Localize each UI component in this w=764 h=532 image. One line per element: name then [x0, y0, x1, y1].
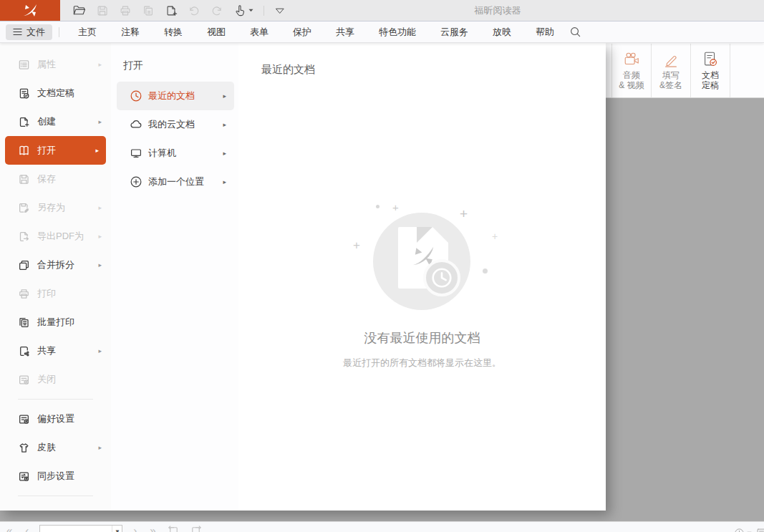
decoration-dot: [483, 269, 488, 274]
file-menu-button[interactable]: 文件: [6, 24, 52, 40]
file-menu-item-sync-settings[interactable]: 同步设置: [0, 462, 111, 490]
tab-cloud[interactable]: 云服务: [428, 26, 480, 39]
close-document-icon: [18, 374, 30, 386]
menu-divider: [18, 495, 93, 496]
document-finalize-button[interactable]: 文档 定稿: [691, 44, 730, 97]
submenu-arrow-icon: ▸: [95, 147, 99, 154]
file-menu-item-label: 共享: [37, 344, 56, 357]
tab-convert[interactable]: 转换: [152, 26, 195, 39]
tab-presentation[interactable]: 放映: [480, 26, 523, 39]
create-document-icon: [18, 116, 30, 128]
file-menu-item-merge-split[interactable]: 合并拆分 ▸: [0, 251, 111, 279]
audio-video-label-line2: & 视频: [619, 80, 644, 90]
file-menu-item-print: 打印: [0, 279, 111, 308]
file-menu-item-open[interactable]: 打开 ▸: [5, 136, 106, 165]
status-panel-icon[interactable]: [756, 528, 764, 532]
open-panel-item-recent[interactable]: 最近的文档 ▸: [117, 82, 234, 110]
submenu-arrow-icon: ▸: [223, 150, 226, 157]
tab-home[interactable]: 主页: [66, 26, 109, 39]
page-number-input[interactable]: [40, 526, 112, 532]
customize-toolbar-icon[interactable]: [274, 5, 286, 16]
cloud-icon: [130, 118, 142, 131]
open-panel-item-label: 添加一个位置: [148, 175, 204, 188]
preferences-icon: [18, 413, 30, 425]
file-menu-item-label: 导出PDF为: [37, 230, 84, 243]
audio-video-button[interactable]: 音频 & 视频: [612, 44, 652, 97]
file-menu-item-label: 批量打印: [37, 316, 74, 329]
share-icon: [18, 345, 30, 357]
tab-protect[interactable]: 保护: [281, 26, 324, 39]
file-menu-item-label: 打印: [37, 287, 56, 300]
first-page-button[interactable]: «: [0, 525, 19, 532]
tab-form[interactable]: 表单: [238, 26, 281, 39]
tab-view[interactable]: 视图: [195, 26, 238, 39]
rotate-left-icon[interactable]: [168, 525, 180, 532]
document-finalize-label-line2: 定稿: [702, 80, 719, 90]
hand-tool-icon[interactable]: [233, 4, 253, 17]
open-panel-item-cloud[interactable]: 我的云文档 ▸: [117, 110, 234, 139]
file-menu-item-preferences[interactable]: 偏好设置: [0, 405, 111, 433]
file-menu-item-create[interactable]: 创建 ▸: [0, 107, 111, 136]
recent-clock-badge-icon: [423, 259, 460, 296]
skin-tshirt-icon: [18, 442, 30, 454]
reading-time-icon[interactable]: [734, 528, 752, 532]
file-menu-item-share[interactable]: 共享 ▸: [0, 337, 111, 365]
submenu-arrow-icon: ▸: [98, 444, 102, 451]
new-document-icon[interactable]: [165, 4, 178, 17]
rotate-right-icon[interactable]: [190, 525, 202, 532]
open-panel: 打开 最近的文档 ▸ 我的云文档 ▸ 计算机 ▸ 添加一个位置 ▸: [111, 43, 238, 511]
audio-video-label-line1: 音频: [623, 70, 640, 80]
file-menu-item-batch-print[interactable]: 批量打印: [0, 308, 111, 337]
submenu-arrow-icon: ▸: [98, 204, 102, 211]
decoration-plus: +: [460, 206, 468, 222]
file-menu-item-properties: 属性 ▸: [0, 50, 111, 79]
document-finalize-icon: [18, 87, 30, 100]
merge-split-icon: [18, 259, 30, 271]
file-menu-item-export-pdf: 导出PDF为 ▸: [0, 222, 111, 251]
open-panel-item-computer[interactable]: 计算机 ▸: [117, 139, 234, 168]
toolbar-separator: [263, 6, 264, 16]
open-panel-item-add-place[interactable]: 添加一个位置 ▸: [117, 168, 234, 196]
copy-icon: [142, 4, 155, 17]
batch-print-icon: [18, 316, 30, 329]
file-menu-item-close: 关闭: [0, 365, 111, 394]
save-icon: [18, 173, 30, 185]
clock-icon: [130, 90, 142, 102]
add-place-icon: [130, 175, 142, 188]
file-menu-item-finalize[interactable]: 文档定稿: [0, 79, 111, 107]
file-menu-item-label: 属性: [37, 58, 56, 71]
page-number-box[interactable]: ▼: [39, 525, 122, 532]
computer-icon: [130, 147, 142, 160]
submenu-arrow-icon: ▸: [223, 92, 226, 100]
search-icon[interactable]: [569, 26, 581, 38]
empty-state-subtitle: 最近打开的所有文档都将显示在这里。: [238, 357, 606, 369]
file-menu-item-label: 文档定稿: [37, 87, 74, 100]
page-dropdown-caret-icon[interactable]: ▼: [112, 526, 122, 532]
print-icon: [18, 288, 30, 300]
tab-features[interactable]: 特色功能: [367, 26, 428, 39]
submenu-arrow-icon: ▸: [98, 118, 102, 125]
open-panel-item-label: 计算机: [148, 147, 176, 160]
last-page-button[interactable]: »: [143, 525, 162, 532]
file-menu-item-label: 另存为: [37, 201, 65, 214]
hand-tool-dropdown-caret[interactable]: [248, 9, 253, 12]
document-fold-corner: [417, 227, 432, 243]
tab-share[interactable]: 共享: [324, 26, 367, 39]
audio-video-icon: [623, 51, 640, 68]
decoration-plus: +: [492, 231, 498, 242]
tab-comment[interactable]: 注释: [109, 26, 152, 39]
file-menu-item-label: 同步设置: [37, 470, 74, 483]
undo-icon: [188, 4, 200, 17]
submenu-arrow-icon: ▸: [223, 178, 226, 185]
file-menu-item-label: 偏好设置: [37, 412, 74, 425]
open-folder-icon[interactable]: [72, 4, 86, 17]
decoration-dot: [376, 205, 379, 208]
file-menu-panel: 属性 ▸ 文档定稿 创建 ▸ 打开 ▸ 保存 另存为 ▸ 导出PDF为: [0, 43, 606, 511]
next-page-button[interactable]: ›: [127, 525, 143, 532]
tab-help[interactable]: 帮助: [523, 26, 566, 39]
fill-sign-button[interactable]: 填写 &签名: [652, 44, 691, 97]
file-menu-item-label: 保存: [37, 173, 56, 185]
submenu-arrow-icon: ▸: [223, 121, 226, 128]
file-menu-item-skin[interactable]: 皮肤 ▸: [0, 433, 111, 462]
previous-page-button[interactable]: ‹: [19, 525, 35, 532]
